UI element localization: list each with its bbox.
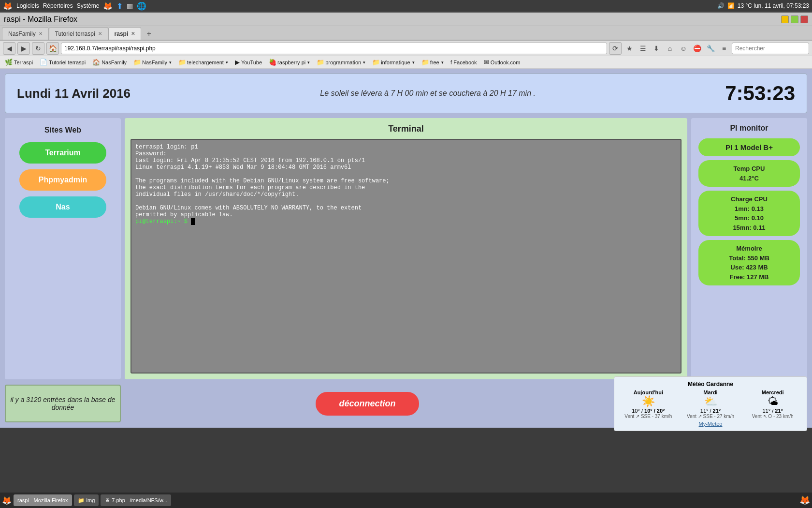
refresh-button[interactable]: ⟳	[609, 42, 622, 55]
browser-window: raspi - Mozilla Firefox NasFamily ✕ Tuto…	[0, 12, 812, 428]
my-meteo-link[interactable]: My-Meteo	[618, 421, 803, 427]
pi-temp-value: 41.2°C	[706, 174, 792, 183]
terminal-box[interactable]: terraspi login: pi Password: Last login:…	[130, 139, 682, 374]
home-nav-icon[interactable]: ⌂	[664, 43, 676, 54]
weather-wind-mercredi: Vent ↖ O - 23 km/h	[742, 414, 803, 419]
term-cursor	[191, 218, 195, 225]
os-bar-left: 🦊 Logiciels Répertoires Système 🦊 ⬆ ▦ 🌐	[3, 1, 146, 11]
bookmark-icon-terraspi: 🌿	[5, 59, 13, 66]
bookmark-free[interactable]: 📁 free	[420, 58, 446, 66]
back-button[interactable]: ◀	[3, 42, 15, 55]
tab-tutoriel-close[interactable]: ✕	[98, 31, 102, 36]
extension-icon[interactable]: 🔧	[705, 43, 716, 54]
bookmark-outlook[interactable]: ✉ Outlook.com	[482, 58, 522, 66]
weather-day-today: Aujourd'hui ☀️ 10° / 10° / 20° Vent ↗ SS…	[618, 389, 679, 419]
term-prompt: pi@terraspi:~ $	[135, 218, 191, 225]
nas-button[interactable]: Nas	[19, 196, 106, 218]
footer-db-text: il y a 3120 entrées dans la base de donn…	[5, 385, 121, 422]
terrarium-button[interactable]: Terrarium	[19, 142, 106, 164]
page-content: Lundi 11 Avril 2016 Le soleil se lévera …	[0, 69, 812, 428]
sidebar-left-title: Sites Web	[44, 126, 81, 134]
os-app-icon-1: ▦	[127, 2, 133, 10]
os-bar-right: 🔊 📶 13 °C lun. 11 avril, 07:53:23	[717, 2, 809, 9]
reload-button[interactable]: ↻	[32, 42, 44, 55]
taskbar-end-icon: 🦊	[799, 495, 810, 506]
tab-nasfamily[interactable]: NasFamily ✕	[2, 27, 49, 40]
new-tab-button[interactable]: +	[143, 28, 155, 40]
bookmark-folder-icon: 📁	[133, 59, 141, 66]
tab-raspi-close[interactable]: ✕	[131, 31, 135, 36]
bookmark-telechargement-icon: 📁	[178, 59, 186, 66]
os-menu-logiciels[interactable]: Logiciels	[16, 2, 39, 9]
bookmark-informatique[interactable]: 📁 informatique	[370, 58, 417, 66]
bookmark-terraspi[interactable]: 🌿 Terraspi	[3, 58, 35, 66]
bookmark-telechargement[interactable]: 📁 telechargement	[176, 58, 230, 66]
stop-icon[interactable]: ⛔	[691, 43, 703, 54]
weather-day-mardi-name: Mardi	[681, 389, 741, 395]
os-logo-icon[interactable]: 🦊	[3, 1, 13, 11]
bookmark-free-label: free	[430, 60, 439, 65]
forward-button[interactable]: ▶	[17, 42, 30, 55]
term-line-2: Password:	[135, 150, 677, 157]
pi-model-card[interactable]: PI 1 Model B+	[698, 138, 800, 156]
minimize-button[interactable]	[781, 15, 789, 23]
tab-raspi[interactable]: raspi ✕	[108, 27, 142, 40]
url-input[interactable]	[61, 43, 607, 54]
tab-raspi-label: raspi	[115, 30, 129, 37]
search-input[interactable]	[732, 43, 809, 54]
bookmark-nasfamily-folder[interactable]: 📁 NasFamily	[131, 58, 174, 66]
deconnect-button[interactable]: déconnection	[316, 392, 419, 416]
os-firefox-icon: 🦊	[103, 1, 113, 11]
bookmark-raspberry[interactable]: 🍓 raspberry pi	[267, 58, 312, 66]
weather-day-mercredi: Mercredi 🌤 11° / 21° Vent ↖ O - 23 km/h	[742, 389, 803, 419]
taskbar-item-img[interactable]: 📁 img	[74, 494, 99, 506]
taskbar-item-php[interactable]: 🖥 7.php - /media/NFS/w...	[101, 494, 171, 506]
weather-icon-mardi: ⛅	[681, 395, 741, 408]
download-icon[interactable]: ⬇	[651, 43, 662, 54]
phpmyadmin-button[interactable]: Phpmyadmin	[19, 169, 106, 191]
bookmark-facebook[interactable]: f Facebook	[449, 58, 479, 66]
home-button[interactable]: 🏠	[46, 42, 59, 55]
smiley-icon[interactable]: ☺	[678, 43, 689, 54]
pi-charge-card[interactable]: Charge CPU 1mn: 0.13 5mn: 0.10 15mn: 0.1…	[698, 191, 800, 236]
bookmark-programmation[interactable]: 📁 programmation	[315, 58, 367, 66]
tab-nasfamily-label: NasFamily	[8, 30, 36, 37]
term-line-8: individual files in /usr/share/doc/*/cop…	[135, 191, 677, 198]
os-menu-systeme[interactable]: Système	[77, 2, 100, 9]
pi-mem-card[interactable]: Mémoire Total: 550 MB Use: 423 MB Free: …	[698, 240, 800, 285]
pi-mem-total: Total: 550 MB	[706, 254, 792, 263]
term-prompt-line: pi@terraspi:~ $	[135, 218, 677, 225]
header-date: Lundi 11 Avril 2016	[17, 86, 130, 101]
bookmark-informatique-icon: 📁	[372, 59, 380, 66]
taskbar-item-firefox[interactable]: raspi - Mozilla Firefox	[14, 494, 72, 506]
footer-center: déconnection	[126, 392, 609, 416]
bookmark-telechargement-label: telechargement	[187, 60, 224, 65]
bookmark-youtube[interactable]: ▶ YouTube	[233, 58, 264, 66]
taskbar-php-label: 7.php - /media/NFS/w...	[112, 497, 167, 503]
bookmark-tutoriel-label: Tutoriel terraspi	[49, 60, 86, 65]
bookmark-list-icon[interactable]: ☰	[637, 43, 649, 54]
menu-icon[interactable]: ≡	[718, 43, 730, 54]
pi-mem-free: Free: 127 MB	[706, 272, 792, 282]
page-footer: il y a 3120 entrées dans la base de donn…	[5, 384, 807, 423]
bookmark-tutoriel[interactable]: 📄 Tutoriel terraspi	[38, 58, 87, 66]
maximize-button[interactable]	[791, 15, 798, 23]
pi-temp-card[interactable]: Temp CPU 41.2°C	[698, 160, 800, 187]
tab-nasfamily-close[interactable]: ✕	[39, 31, 43, 36]
weather-days: Aujourd'hui ☀️ 10° / 10° / 20° Vent ↗ SS…	[618, 389, 803, 419]
bookmark-free-icon: 📁	[421, 59, 429, 66]
bookmark-programmation-label: programmation	[325, 60, 361, 65]
os-menu-repertoires[interactable]: Répertoires	[43, 2, 73, 9]
bookmark-star-icon[interactable]: ★	[624, 43, 635, 54]
sidebar-right: PI monitor PI 1 Model B+ Temp CPU 41.2°C…	[691, 118, 807, 379]
term-line-5	[135, 171, 677, 178]
header-time: 7:53:23	[725, 82, 795, 105]
bookmark-nasfamily-1[interactable]: 🏠 NasFamily	[90, 58, 129, 66]
bookmark-icon-tutoriel: 📄	[40, 59, 47, 66]
bookmark-outlook-label: Outlook.com	[491, 60, 521, 65]
weather-title: Météo Gardanne	[618, 381, 803, 388]
pi-charge-label: Charge CPU	[706, 194, 792, 204]
tab-tutoriel[interactable]: Tutoriel terraspi ✕	[49, 27, 108, 40]
term-line-10: Debian GNU/Linux comes with ABSOLUTELY N…	[135, 205, 677, 211]
close-button[interactable]	[800, 15, 808, 23]
